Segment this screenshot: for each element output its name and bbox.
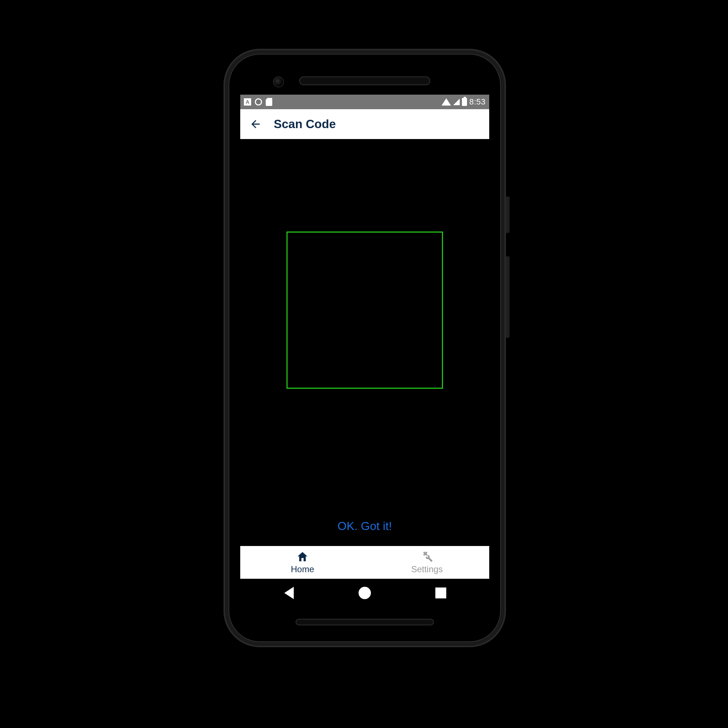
sd-card-icon xyxy=(266,98,272,106)
status-app-badge-icon: A xyxy=(244,98,251,106)
circle-home-icon xyxy=(359,587,371,599)
phone-frame: A 8:53 xyxy=(223,49,506,647)
phone-side-button xyxy=(506,256,509,338)
android-back-button[interactable] xyxy=(262,584,316,602)
arrow-left-icon xyxy=(249,118,262,130)
tools-icon xyxy=(421,551,434,563)
status-ring-icon xyxy=(255,98,262,106)
square-recent-icon xyxy=(435,587,446,598)
cell-signal-icon xyxy=(453,99,460,105)
camera-scan-view[interactable]: OK. Got it! xyxy=(240,139,489,546)
android-home-button[interactable] xyxy=(337,584,392,602)
status-clock: 8:53 xyxy=(469,97,486,107)
bottom-tab-bar: Home Settings xyxy=(240,546,489,579)
status-bar: A 8:53 xyxy=(240,95,489,109)
device-screen: A 8:53 xyxy=(240,95,489,607)
android-nav-bar xyxy=(240,579,489,607)
back-button[interactable] xyxy=(248,116,263,132)
front-camera xyxy=(274,77,283,87)
scan-target-frame xyxy=(286,231,443,389)
earpiece-speaker xyxy=(299,76,430,85)
triangle-back-icon xyxy=(284,587,294,599)
ok-got-it-button[interactable]: OK. Got it! xyxy=(337,519,392,533)
tab-settings-label: Settings xyxy=(411,564,443,574)
wifi-icon xyxy=(442,98,451,106)
tab-home-label: Home xyxy=(291,564,314,574)
tab-settings[interactable]: Settings xyxy=(365,546,489,579)
home-icon xyxy=(296,551,309,563)
page-title: Scan Code xyxy=(274,117,336,131)
bottom-speaker xyxy=(295,619,434,626)
app-bar: Scan Code xyxy=(240,109,489,139)
phone-side-button xyxy=(506,197,509,233)
battery-charging-icon xyxy=(462,98,467,106)
android-recent-button[interactable] xyxy=(413,584,468,602)
tab-home[interactable]: Home xyxy=(240,546,365,579)
phone-inner-frame: A 8:53 xyxy=(229,54,501,642)
